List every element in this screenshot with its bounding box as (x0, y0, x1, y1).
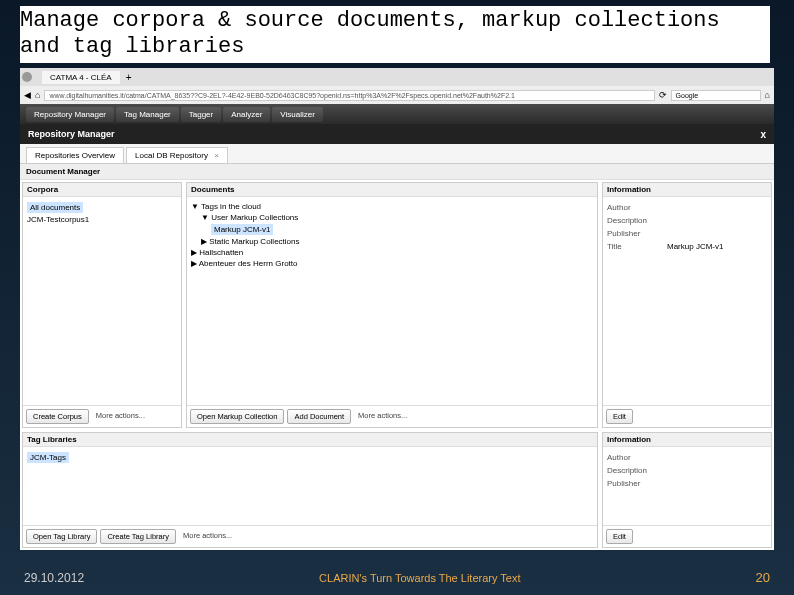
info-panel: Information Author Description Publisher… (602, 182, 772, 428)
panel-header: Repository Manager x (20, 124, 774, 144)
tab-label: Local DB Repository (135, 151, 208, 160)
nav-tagger[interactable]: Tagger (181, 107, 221, 122)
documents-header: Documents (187, 183, 597, 197)
footer-date: 29.10.2012 (24, 571, 84, 585)
nav-visualizer[interactable]: Visualizer (272, 107, 323, 122)
tree-root[interactable]: ▼ Tags in the cloud (191, 201, 593, 212)
tree-doc-hallschatten[interactable]: ▶ Hallschatten (191, 247, 593, 258)
tab-local-db-repository[interactable]: Local DB Repository × (126, 147, 228, 163)
edit-info2-button[interactable]: Edit (606, 529, 633, 544)
tree-doc-abenteuer[interactable]: ▶ Abenteuer des Herrn Grotto (191, 258, 593, 269)
corpora-panel: Corpora All documents JCM-Testcorpus1 Cr… (22, 182, 182, 428)
nav-tag-manager[interactable]: Tag Manager (116, 107, 179, 122)
info-description-val (667, 216, 767, 225)
back-icon[interactable]: ◀ (24, 90, 31, 100)
info2-publisher-label: Publisher (607, 479, 667, 488)
browser-tabs-row: CATMA 4 - CLÉA + (20, 68, 774, 86)
footer-page-number: 20 (756, 570, 770, 585)
info2-panel: Information Author Description Publisher… (602, 432, 772, 548)
info-title-label: Title (607, 242, 667, 251)
info2-header: Information (603, 433, 771, 447)
info-author-label: Author (607, 203, 667, 212)
corpora-item-testcorpus[interactable]: JCM-Testcorpus1 (27, 214, 177, 225)
corpora-item-all[interactable]: All documents (27, 201, 177, 214)
create-tag-library-button[interactable]: Create Tag Library (100, 529, 176, 544)
home2-icon[interactable]: ⌂ (765, 90, 770, 100)
browser-icon (22, 72, 32, 82)
corpora-header: Corpora (23, 183, 181, 197)
info-publisher-val (667, 229, 767, 238)
corpora-more-actions[interactable]: More actions... (92, 409, 149, 424)
tab-close-icon[interactable]: × (214, 151, 219, 160)
footer-center-text: CLARIN's Turn Towards The Literary Text (84, 572, 755, 584)
add-document-button[interactable]: Add Document (287, 409, 351, 424)
url-bar: ◀ ⌂ www.digitalhumanities.it/catma/CATMA… (20, 86, 774, 104)
documents-panel: Documents ▼ Tags in the cloud ▼ User Mar… (186, 182, 598, 428)
info2-author-label: Author (607, 453, 667, 462)
tree-static-collections[interactable]: ▶ Static Markup Collections (191, 236, 593, 247)
home-icon[interactable]: ⌂ (35, 90, 40, 100)
tab-repositories-overview[interactable]: Repositories Overview (26, 147, 124, 163)
new-tab-button[interactable]: + (120, 72, 138, 83)
slide-footer: 29.10.2012 CLARIN's Turn Towards The Lit… (0, 570, 794, 585)
documents-more-actions[interactable]: More actions... (354, 409, 411, 424)
url-input[interactable]: www.digitalhumanities.it/catma/CATMA_863… (44, 90, 654, 101)
nav-repository-manager[interactable]: Repository Manager (26, 107, 114, 122)
slide-title: Manage corpora & source documents, marku… (20, 6, 770, 63)
reload-icon[interactable]: ⟳ (659, 90, 667, 100)
nav-analyzer[interactable]: Analyzer (223, 107, 270, 122)
panel-title: Repository Manager (28, 129, 115, 139)
main-navbar: Repository Manager Tag Manager Tagger An… (20, 104, 774, 124)
info-header: Information (603, 183, 771, 197)
open-markup-collection-button[interactable]: Open Markup Collection (190, 409, 284, 424)
edit-info-button[interactable]: Edit (606, 409, 633, 424)
tree-selected-collection[interactable]: Markup JCM-v1 (191, 223, 593, 236)
browser-tab[interactable]: CATMA 4 - CLÉA (42, 71, 120, 84)
info-author-val (667, 203, 767, 212)
document-manager-label: Document Manager (20, 164, 774, 180)
search-input[interactable]: Google (671, 90, 761, 101)
tag-lib-item[interactable]: JCM-Tags (27, 451, 593, 464)
inner-tabs: Repositories Overview Local DB Repositor… (20, 144, 774, 164)
create-corpus-button[interactable]: Create Corpus (26, 409, 89, 424)
tag-libraries-header: Tag Libraries (23, 433, 597, 447)
app-screenshot: CATMA 4 - CLÉA + ◀ ⌂ www.digitalhumaniti… (20, 68, 774, 550)
taglib-more-actions[interactable]: More actions... (179, 529, 236, 544)
close-icon[interactable]: x (760, 129, 766, 140)
info2-description-label: Description (607, 466, 667, 475)
info-description-label: Description (607, 216, 667, 225)
info-title-val: Markup JCM-v1 (667, 242, 767, 251)
info-publisher-label: Publisher (607, 229, 667, 238)
tree-user-collections[interactable]: ▼ User Markup Collections (191, 212, 593, 223)
open-tag-library-button[interactable]: Open Tag Library (26, 529, 97, 544)
tag-libraries-panel: Tag Libraries JCM-Tags Open Tag Library … (22, 432, 598, 548)
